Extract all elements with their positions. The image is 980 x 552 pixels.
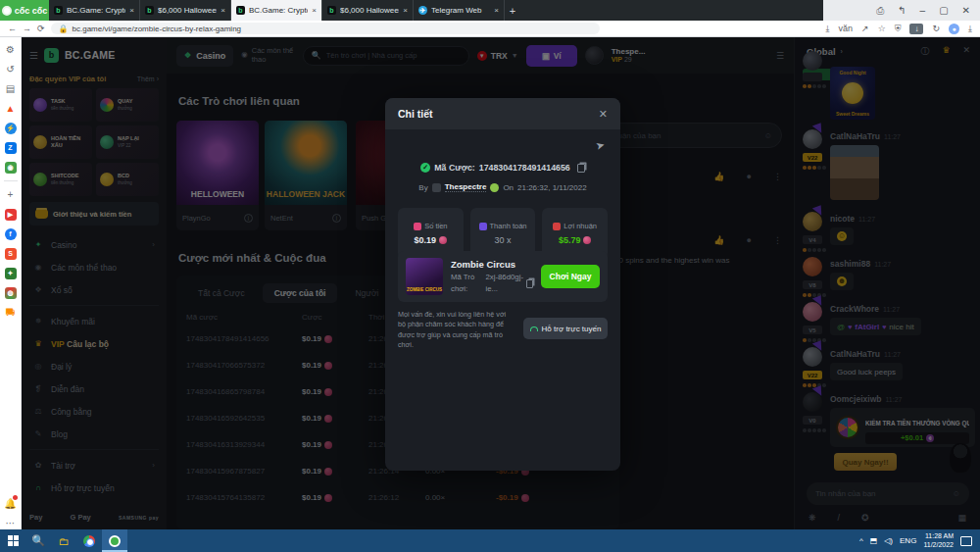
translate-icon[interactable]: văn [839, 24, 854, 33]
start-button[interactable] [0, 529, 25, 552]
bookmark-star-icon[interactable]: ☆ [878, 24, 886, 33]
address-bar[interactable]: 🔒 bc.game/vi/game/zombie-circus-by-relax… [51, 23, 600, 34]
save-page-icon[interactable]: ⤓ [826, 24, 830, 34]
coccoc-sidebar: ⚙ ↺ ▤ ▲ ⚡ Z ◉ + ▶ f S ✦ ◍ ⛟ 🔔 ⋯ [0, 37, 22, 529]
profit-icon [553, 223, 561, 230]
history-icon[interactable]: ↺ [4, 63, 17, 75]
tab-close-icon[interactable]: × [494, 6, 499, 15]
screen: cốc cốc bBC.Game: Crypto Casino Gam× b$6… [0, 0, 980, 552]
tab-bcgame-2-active[interactable]: bBC.Game: Crypto Casino Gam× [231, 0, 322, 21]
play-now-button[interactable]: Chơi Ngay [541, 265, 600, 288]
file-explorer-icon[interactable]: 🗀 [51, 529, 76, 552]
restore-down-icon[interactable]: ↰ [898, 5, 906, 16]
share-arrow-icon[interactable]: ➤ [594, 138, 606, 153]
downloads-icon[interactable]: ↓ [909, 24, 923, 34]
maximize-button[interactable]: ▢ [939, 5, 948, 16]
cocmall-icon[interactable]: ◍ [4, 286, 17, 299]
sidebar-divider [4, 180, 18, 181]
brand-label: cốc cốc [15, 6, 48, 16]
bet-author-row: By Thespectre On 21:26:32, 1/11/2022 [385, 182, 620, 192]
browser-toolbar: ← → ⟳ 🔒 bc.game/vi/game/zombie-circus-by… [0, 21, 980, 37]
windows-taskbar: 🔍 🗀 ^ ⬒ ◁) ENG 11:28 AM11/2/2022 [0, 529, 980, 552]
gift-icon[interactable]: ✦ [4, 267, 17, 279]
bcgame-favicon: b [327, 6, 336, 15]
tab-bcgame-1[interactable]: bBC.Game: Crypto Casino Gam× [49, 0, 140, 21]
forward-icon[interactable]: → [23, 24, 31, 33]
game-thumbnail[interactable]: ZOMBIE CIRCUS [406, 258, 443, 295]
tab-close-icon[interactable]: × [312, 6, 317, 15]
tab-close-icon[interactable]: × [220, 6, 225, 15]
share-icon[interactable]: ↗ [861, 24, 869, 33]
tab-telegram[interactable]: ✈Telegram Web× [414, 0, 505, 21]
coccoc-brand[interactable]: cốc cốc [0, 0, 49, 21]
coccoc-taskbar-icon[interactable] [102, 529, 127, 552]
game-code: Mã Trò chơi: 2xj-86d0gj-ie... [451, 272, 533, 294]
close-button[interactable]: ✕ [962, 5, 970, 16]
language-indicator[interactable]: ENG [900, 536, 916, 545]
live-support-button[interactable]: Hỗ trợ trực tuyến [523, 318, 608, 339]
bcgame-favicon: b [54, 6, 63, 15]
bet-datetime: 21:26:32, 1/11/2022 [517, 183, 587, 192]
settings-gear-icon[interactable]: ⚙ [4, 43, 17, 56]
minimize-button[interactable]: – [920, 5, 926, 16]
bet-id: 1748304178491414656 [479, 163, 570, 173]
coin-icon [439, 236, 447, 244]
bet-details-modal: Chi tiết ✕ ➤ ✓ Mã Cược: 1748304178491414… [385, 98, 620, 471]
games-icon[interactable]: ◉ [4, 161, 17, 174]
shopee-icon[interactable]: S [4, 247, 17, 260]
volume-icon[interactable]: ◁) [884, 536, 893, 545]
notification-bell-icon[interactable]: 🔔 [4, 497, 17, 510]
window-controls: ⎙ ↰ – ▢ ✕ [823, 0, 980, 21]
cart-icon[interactable]: ⛟ [4, 306, 17, 319]
verified-shield-icon: ✓ [420, 163, 430, 173]
sync-icon[interactable]: ↻ [932, 24, 940, 33]
tab-close-icon[interactable]: × [403, 6, 408, 15]
taskbar-search-icon[interactable]: 🔍 [25, 529, 51, 552]
telegram-favicon: ✈ [418, 6, 427, 15]
mini-avatar [432, 183, 441, 192]
copy-icon[interactable] [526, 279, 533, 288]
author-name[interactable]: Thespectre [445, 182, 487, 192]
hot-news-flame-icon[interactable]: ▲ [4, 102, 17, 115]
amount-icon [414, 223, 421, 230]
taskbar-clock[interactable]: 11:28 AM11/2/2022 [923, 532, 954, 550]
more-icon[interactable]: ⋯ [4, 517, 17, 529]
add-shortcut-icon[interactable]: + [4, 188, 17, 201]
download-tray-icon[interactable]: ⤓ [968, 24, 972, 34]
notification-dot [13, 495, 18, 500]
payout-icon [479, 223, 487, 230]
url-text: bc.game/vi/game/zombie-circus-by-relax-g… [73, 25, 242, 33]
tray-expand-icon[interactable]: ^ [859, 536, 863, 545]
adblock-shield-icon[interactable]: ⛨ [895, 24, 902, 34]
headset-icon [530, 326, 538, 331]
bcgame-favicon: b [145, 6, 154, 15]
game-name: Zombie Circus [451, 258, 533, 272]
back-icon[interactable]: ← [8, 24, 17, 33]
facebook-icon[interactable]: f [4, 227, 17, 240]
reading-list-icon[interactable]: ▤ [4, 82, 17, 95]
tab-halloween-1[interactable]: b$6,000 Halloween Slot Battl× [140, 0, 231, 21]
action-center-icon[interactable] [960, 536, 972, 546]
zalo-icon[interactable]: Z [4, 141, 17, 154]
messenger-icon[interactable]: ⚡ [4, 122, 17, 134]
lock-icon: 🔒 [59, 25, 69, 33]
tab-halloween-2[interactable]: b$6,000 Halloween Slot Battl× [322, 0, 414, 21]
bet-id-row: ✓ Mã Cược: 1748304178491414656 [385, 163, 620, 173]
reload-icon[interactable]: ⟳ [37, 24, 45, 33]
bcgame-page: ☰ b BC.GAME Đặc quyền VIP của tôi Thêm ›… [22, 37, 980, 529]
youtube-icon[interactable]: ▶ [4, 208, 17, 221]
screen-capture-icon[interactable]: ⎙ [876, 5, 884, 17]
tab-close-icon[interactable]: × [129, 6, 134, 15]
copy-icon[interactable] [577, 164, 585, 173]
frog-emoji-icon [490, 183, 499, 192]
modal-title: Chi tiết [398, 108, 433, 120]
support-note: Mọi vấn đề, xin vui lòng liên hệ với bộ … [398, 310, 515, 351]
network-icon[interactable]: ⬒ [870, 536, 878, 545]
coccoc-logo-icon [2, 6, 12, 16]
new-tab-button[interactable]: + [505, 0, 520, 21]
bcgame-favicon: b [236, 6, 245, 15]
chrome-taskbar-icon[interactable] [76, 529, 102, 552]
profile-icon[interactable]: ● [949, 24, 959, 34]
game-row: ZOMBIE CIRCUS Zombie Circus Mã Trò chơi:… [398, 251, 608, 302]
modal-close-icon[interactable]: ✕ [599, 108, 608, 121]
